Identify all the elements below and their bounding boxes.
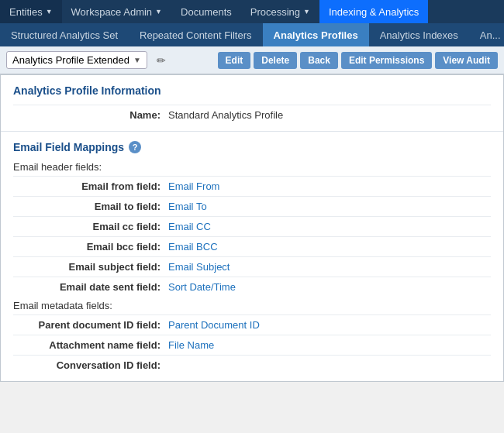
field-label: Email subject field: <box>13 261 168 273</box>
pencil-icon[interactable]: ✏ <box>157 54 166 67</box>
meta-field-label: Conversation ID field: <box>13 359 168 371</box>
meta-field-value: File Name <box>168 339 214 351</box>
email-field-row: Email bcc field: Email BCC <box>13 236 491 256</box>
email-meta-field-row: Parent document ID field: Parent Documen… <box>13 314 491 335</box>
toolbar: Analytics Profile Extended ▼ ✏ Edit Dele… <box>0 46 504 74</box>
chevron-icon: ▼ <box>155 8 162 15</box>
second-nav: Structured Analytics Set Repeated Conten… <box>0 23 504 46</box>
top-nav: Entities ▼ Workspace Admin ▼ Documents P… <box>0 0 504 23</box>
metadata-fields-label: Email metadata fields: <box>13 297 491 314</box>
nav-repeated-content[interactable]: Repeated Content Filters <box>129 23 263 46</box>
field-label: Email to field: <box>13 201 168 212</box>
email-field-row: Email date sent field: Sort Date/Time <box>13 277 491 297</box>
email-field-row: Email to field: Email To <box>13 196 491 216</box>
meta-field-label: Attachment name field: <box>13 339 168 351</box>
email-field-row: Email from field: Email From <box>13 176 491 196</box>
email-mappings-section: Email Field Mappings ? Email header fiel… <box>1 132 503 381</box>
dropdown-arrow-icon: ▼ <box>133 56 141 64</box>
chevron-icon: ▼ <box>46 8 53 15</box>
email-meta-field-row: Conversation ID field: <box>13 355 491 375</box>
nav-analytics-indexes[interactable]: Analytics Indexes <box>369 23 469 46</box>
nav-indexing-analytics[interactable]: Indexing & Analytics <box>319 0 428 23</box>
delete-button[interactable]: Delete <box>254 52 297 69</box>
nav-processing[interactable]: Processing ▼ <box>241 0 319 23</box>
field-label: Email date sent field: <box>13 281 168 293</box>
back-button[interactable]: Back <box>300 52 338 69</box>
email-field-row: Email cc field: Email CC <box>13 216 491 236</box>
field-label: Email from field: <box>13 180 168 192</box>
name-value: Standard Analytics Profile <box>168 109 283 121</box>
edit-button[interactable]: Edit <box>218 52 251 69</box>
nav-entities[interactable]: Entities ▼ <box>0 0 62 23</box>
chevron-icon: ▼ <box>303 8 310 15</box>
meta-field-value: Parent Document ID <box>168 319 260 331</box>
field-value: Sort Date/Time <box>168 281 236 293</box>
email-mappings-title: Email Field Mappings ? <box>13 141 491 153</box>
field-value: Email From <box>168 180 219 192</box>
nav-analytics-more[interactable]: An... <box>469 23 504 46</box>
field-value: Email To <box>168 201 207 212</box>
field-label: Email bcc field: <box>13 241 168 253</box>
analytics-info-title: Analytics Profile Information <box>13 84 491 97</box>
email-meta-field-row: Attachment name field: File Name <box>13 335 491 355</box>
nav-structured-analytics[interactable]: Structured Analytics Set <box>0 23 129 46</box>
edit-permissions-button[interactable]: Edit Permissions <box>341 52 432 69</box>
metadata-fields-group: Parent document ID field: Parent Documen… <box>13 314 491 375</box>
nav-documents[interactable]: Documents <box>171 0 241 23</box>
header-fields-label: Email header fields: <box>13 158 491 176</box>
field-label: Email cc field: <box>13 221 168 232</box>
nav-workspace-admin[interactable]: Workspace Admin ▼ <box>62 0 171 23</box>
name-row: Name: Standard Analytics Profile <box>13 105 491 125</box>
field-value: Email BCC <box>168 241 218 253</box>
analytics-info-section: Analytics Profile Information Name: Stan… <box>1 75 503 132</box>
name-label: Name: <box>13 109 168 121</box>
email-field-row: Email subject field: Email Subject <box>13 256 491 277</box>
profile-selector[interactable]: Analytics Profile Extended ▼ <box>6 51 147 69</box>
view-audit-button[interactable]: View Audit <box>435 52 498 69</box>
header-fields-group: Email from field: Email From Email to fi… <box>13 176 491 297</box>
field-value: Email Subject <box>168 261 230 273</box>
help-icon[interactable]: ? <box>129 141 141 153</box>
main-content: Analytics Profile Information Name: Stan… <box>0 74 504 382</box>
nav-analytics-profiles[interactable]: Analytics Profiles <box>263 23 369 46</box>
meta-field-label: Parent document ID field: <box>13 319 168 331</box>
field-value: Email CC <box>168 221 211 232</box>
